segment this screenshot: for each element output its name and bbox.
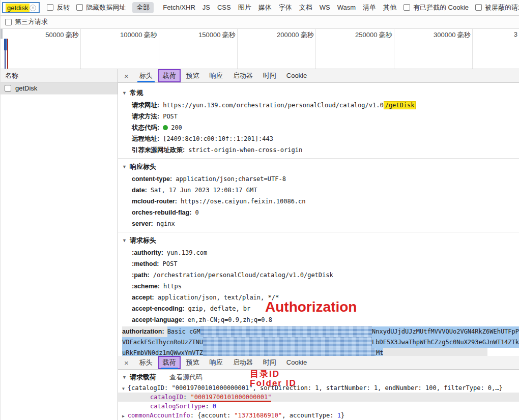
payload-json-row[interactable]: catalogSortType: 0 [118,402,519,411]
tab-启动器[interactable]: 启动器 [228,69,257,82]
headers-view: ▼ 常规 请求网址:https://yun.139.com/orchestrat… [118,83,519,356]
view-source-link[interactable]: 查看源代码 [169,373,203,382]
status-ok-icon [163,125,168,130]
request-header-row: accept:application/json, text/plain, */* [118,292,519,303]
authorization-line: authorization:Basic cGMNnxydUJjdUJzMUtfM… [122,326,519,337]
general-value: [2409:8c10:c00:10f::1:201]:443 [163,133,273,144]
tab-标头[interactable]: 标头 [135,69,157,82]
collapsed-triangle-icon[interactable]: ▶ [122,414,125,418]
response-header-name: orches-rebuild-flag: [132,207,191,218]
authorization-line: VDFackFScThycnRoUzZTNULbDE5X3JwaThpWFhCZ… [122,337,519,348]
filter-chip[interactable]: CSS [217,4,231,11]
cookie-checkbox-0[interactable]: 有已拦截的 Cookie [403,3,469,12]
collapse-triangle-icon[interactable]: ▼ [122,375,127,380]
payload-json-row[interactable]: ▼{catalogID: "00019700101000000001", sor… [118,383,519,393]
authorization-value-visible: Mt [376,348,383,356]
filter-chip[interactable]: Wasm [337,4,356,11]
request-header-value: en,zh-CN;q=0.9,zh;q=0.8 [188,314,272,325]
third-party-checkbox-label: 第三方请求 [15,17,48,26]
tab-载荷[interactable]: 载荷 [158,69,181,82]
filter-chip[interactable]: 其他 [383,4,396,11]
general-name: 请求网址: [132,100,159,111]
close-icon[interactable]: × [124,72,129,80]
request-payload-title: 请求载荷 [130,373,156,382]
request-checkbox[interactable] [5,85,11,92]
payload-json-row[interactable]: ▶commonAccountInfo: {account: "137316869… [118,411,519,420]
response-header-value: nginx [157,218,175,229]
response-headers-title[interactable]: ▼ 响应标头 [118,160,519,173]
request-header-name: accept-encoding: [132,303,185,314]
general-section-title[interactable]: ▼ 常规 [118,86,519,100]
request-header-row: accept-language:en,zh-CN;q=0.9,zh;q=0.8 [118,314,519,325]
authorization-value-visible: LbDE5X3JwaThpWFhCZzg5c0NuX293eGJnWT14ZTk [372,337,519,348]
filter-chip[interactable]: Fetch/XHR [163,4,195,11]
request-header-name: :authority: [132,247,163,258]
filter-chip-all[interactable]: 全部 [132,2,154,13]
request-header-value: https [163,281,182,292]
filter-chip[interactable]: 字体 [279,4,292,11]
collapse-triangle-icon[interactable]: ▼ [122,91,127,96]
json-num: 1 [337,412,341,419]
filter-chip[interactable]: WS [320,4,330,11]
close-icon[interactable]: × [124,358,129,367]
tab-载荷[interactable]: 载荷 [158,356,181,369]
response-headers-section: ▼ 响应标头 content-type:application/json;cha… [118,158,519,232]
tab-标头[interactable]: 标头 [135,356,157,369]
request-header-value: POST [162,258,177,269]
checkbox-unchecked[interactable] [47,4,53,11]
checkbox-unchecked[interactable] [475,4,482,11]
filter-checkbox-0[interactable]: 反转 [47,3,70,12]
tab-预览[interactable]: 预览 [182,69,204,82]
json-plain: } [341,412,344,419]
third-party-checkbox[interactable]: 第三方请求 [5,17,48,26]
general-row: 请求方法:POST [118,111,519,122]
collapse-triangle-icon[interactable]: ▼ [122,164,127,169]
authorization-value-visible: Basic cGM [167,326,200,337]
tab-Cookie[interactable]: Cookie [282,69,311,82]
cookie-checkbox-1[interactable]: 被屏蔽的请求 [475,3,519,12]
response-header-value: application/json;charset=UTF-8 [176,173,286,185]
filter-chip[interactable]: 媒体 [258,4,272,11]
timeline-gridline-cell: 250000 毫秒 [316,29,394,69]
request-header-row: :scheme:https [118,281,519,292]
request-header-row: :authority:yun.139.com [118,247,519,258]
collapse-triangle-icon[interactable]: ▼ [122,238,127,243]
checkbox-unchecked[interactable] [403,4,410,11]
tab-预览[interactable]: 预览 [182,356,204,369]
tab-时间[interactable]: 时间 [258,356,281,369]
checkbox-unchecked[interactable] [5,19,12,25]
filter-chip[interactable]: JS [203,4,210,11]
general-name: 远程地址: [132,133,159,144]
filter-checkbox-1[interactable]: 隐藏数据网址 [76,3,126,12]
network-toolbar: getdisk × 反转隐藏数据网址 全部 Fetch/XHRJSCSS图片媒体… [1,0,519,16]
tab-时间[interactable]: 时间 [258,69,281,82]
json-key: commonAccountInfo [128,412,190,419]
tab-响应[interactable]: 响应 [205,356,227,369]
request-headers-section: ▼ 请求标头 :authority:yun.139.com:method:POS… [118,232,519,356]
payload-json-row[interactable]: catalogID: "00019700101000000001" [118,393,519,402]
json-key: catalogID [150,394,183,401]
request-name: getDisk [15,84,37,92]
filter-chip[interactable]: 文档 [299,4,312,11]
expanded-triangle-icon[interactable]: ▼ [122,386,125,391]
json-plain: : {account: [190,412,235,419]
clear-filter-icon[interactable]: × [30,5,36,11]
response-header-value: Sat, 17 Jun 2023 12:08:17 GMT [151,185,257,196]
tab-启动器[interactable]: 启动器 [228,356,257,369]
request-details-panel: ×标头载荷预览响应启动器时间Cookie ▼ 常规 请求网址:https://y… [118,69,519,420]
tab-Cookie[interactable]: Cookie [282,356,311,369]
checkbox-unchecked[interactable] [76,4,83,11]
request-header-row: :path:/orchestration/personalCloud/catal… [118,269,519,281]
network-filter-input[interactable]: getdisk × [2,2,40,13]
filter-chip[interactable]: 清单 [363,4,376,11]
response-header-name: content-type: [132,173,172,185]
name-column-header[interactable]: 名称 [1,69,118,82]
json-str: "00019700101000000001" [190,394,271,402]
tab-响应[interactable]: 响应 [205,69,227,82]
authorization-name: authorization: [122,326,167,337]
request-header-name: :method: [132,258,159,269]
filter-chip[interactable]: 图片 [238,4,251,11]
request-headers-title[interactable]: ▼ 请求标头 [118,234,519,247]
network-overview-timeline[interactable]: 50000 毫秒100000 毫秒150000 毫秒200000 毫秒25000… [1,29,519,69]
request-row-getdisk[interactable]: getDisk [1,82,118,95]
